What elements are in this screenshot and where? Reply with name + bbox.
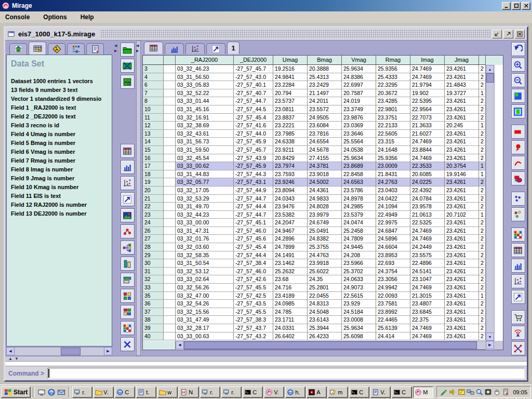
pixel-grid-button[interactable] [121,321,135,335]
red-rectangle-button[interactable] [511,125,525,139]
column-header-Jmag[interactable]: Jmag [445,56,479,65]
view-tab-histogram-view[interactable] [165,43,184,54]
view-tab-line-plot[interactable] [206,43,225,54]
open-folder-button[interactable] [121,43,135,57]
table-row[interactable]: 3603_32_54.26-27_57_43.524.098524.831323… [143,300,486,308]
page-tab-1[interactable]: 1 [227,42,240,54]
column-header-blank[interactable] [143,56,164,65]
vertical-bars-button[interactable] [121,257,135,271]
task-button-notepad[interactable]: V. [370,387,391,398]
table-row[interactable]: 1103_32_16.91-27_57_45.423.883724.950523… [143,114,486,122]
image-view-button[interactable] [121,208,135,222]
tray-volume[interactable] [449,388,457,396]
table-row[interactable]: 603_33_05.83-27_57_40.123.228423.242922.… [143,81,486,89]
view-tab-table-view[interactable] [144,42,163,54]
table-vscrollbar[interactable]: ▲ ▼ [486,65,495,341]
table-row[interactable]: 3703_32_15.56-27_57_45.524.78524.504824.… [143,308,486,316]
table-row[interactable]: 803_33_01.44-27_57_44.723.573724.201124.… [143,97,486,105]
pan-region-button[interactable] [511,89,525,103]
view-tab-scatter-view[interactable] [185,43,205,54]
dataset-tab-config[interactable] [67,43,85,55]
quick-launch-mail[interactable] [57,388,65,396]
histogram-view-button[interactable] [511,259,525,273]
table-row[interactable]: 1303_32_43.61-27_57_44.023.798523.781623… [143,130,486,138]
table-row[interactable]: 2203_31_49.70-27_57_44.423.947624.802824… [143,203,486,211]
dataset-tab-home[interactable] [9,43,27,55]
table-row[interactable]: 3303_32_56.26-27_57_45.524.71625.280124.… [143,284,486,292]
horizontal-bars-button[interactable] [121,273,135,287]
column-header-Rmag[interactable]: Rmag [376,56,410,65]
tray-server[interactable] [502,388,510,396]
table-row[interactable]: 3503_32_47.00-27_57_42.523.418922.045522… [143,292,486,300]
table-row[interactable]: 3903_32_28.17-27_57_43.724.033125.394425… [143,324,486,332]
column-header-Umag[interactable]: Umag [273,56,308,65]
column-header-Bmag[interactable]: Bmag [308,56,342,65]
dataset-tab-table-edit[interactable] [29,42,46,55]
table-row[interactable]: 2303_32_44.23-27_57_44.723.538223.997923… [143,211,486,219]
tray-input[interactable] [440,388,448,396]
start-button[interactable]: Start [1,387,31,398]
splitter-collapse-down-icon[interactable]: ▼ [15,356,19,361]
shape-overlap-button[interactable] [511,171,525,185]
table-row[interactable]: 4003_33_00.63-27_57_43.226.640226.423325… [143,332,486,341]
table-row[interactable]: 2703_32_01.76-27_57_45.624.289624.838224… [143,235,486,243]
task-button-mirage[interactable]: M [413,387,433,398]
close-button[interactable] [522,2,530,10]
scroll-right-icon[interactable]: ▶ [104,347,112,355]
menu-help[interactable]: Help [81,14,94,21]
table-row[interactable]: 3103_32_53.12-27_57_46.025.263225.602225… [143,268,486,276]
table-row[interactable]: 2403_33_00.00-27_57_45.124.204724.674924… [143,219,486,227]
table-hscrollbar[interactable]: ◀ ▶ [143,341,503,350]
table-row[interactable]: 1903_32_05.77-27_57_43.123.924624.500224… [143,178,486,187]
splitter-collapse-up-icon[interactable]: ▲ [8,356,12,361]
main-splitter[interactable]: ◀ ▶ [136,41,141,356]
table-row[interactable]: 1403_31_56.73-27_57_45.924.633824.655425… [143,138,486,146]
frame-close-button[interactable] [515,30,525,38]
table-row[interactable]: 1703_33_00.62-27_57_45.923.797424.378123… [143,162,486,170]
table-row[interactable]: 303_32_46.23-27_57_45.719.251620.388825.… [143,65,486,73]
console-splitter[interactable]: ▲ ▼ [5,356,527,361]
cross-points-button[interactable] [511,341,525,355]
line-plot-button[interactable] [121,192,135,206]
red-arc-button[interactable] [511,156,525,170]
dataset-hscrollbar[interactable]: ◀ ▶ [6,347,112,356]
internal-frame-titlebar[interactable]: eis7_1000_k17-5.mirage [5,28,527,41]
scroll-left-icon[interactable]: ◀ [6,347,15,355]
minimize-button[interactable] [502,2,511,10]
dataset-drawers-button[interactable] [121,75,135,89]
bubble-plot-button[interactable] [121,224,135,238]
delete-table-button[interactable] [121,59,135,73]
red-comma-button[interactable] [511,140,525,154]
column-header-_DEJ2000[interactable]: _DEJ2000 [234,56,273,65]
task-button-computer[interactable]: r. [72,387,92,398]
table-row[interactable]: 2603_31_47.31-27_57_46.024.946725.049125… [143,227,486,235]
task-button-ie[interactable]: h. [285,387,305,398]
task-button-doc[interactable]: N [179,387,199,398]
table-row[interactable]: 703_32_52.22-27_57_40.720.79421.149720.7… [143,89,486,98]
antenna-button[interactable] [511,326,525,340]
task-button-console[interactable]: C [349,387,369,398]
scroll-left-icon[interactable]: ◀ [176,341,184,349]
table-row[interactable]: 2003_32_17.05-27_57_44.923.809424.436123… [143,187,486,195]
task-button-ie[interactable]: C [115,387,135,398]
table-row[interactable]: 3803_31_47.49-27_57_38.323.171123.614323… [143,316,486,324]
tray-network[interactable] [467,388,474,396]
table-row[interactable]: 2903_32_58.35-27_57_44.424.149124.476324… [143,251,486,260]
color-blocks-button[interactable] [121,305,135,319]
scroll-down-icon[interactable]: ▼ [486,332,494,341]
tree-view-button[interactable] [121,241,135,255]
column-header-blank[interactable] [164,56,176,65]
tray-mouse[interactable] [493,388,501,396]
maximize-button[interactable] [512,2,521,10]
column-header-Vmag[interactable]: Vmag [342,56,376,65]
table-row[interactable]: 1003_31_45.16-27_57_44.523.081123.557223… [143,105,486,114]
column-header-_RAJ2000[interactable]: _RAJ2000 [176,56,234,65]
scatter-view-button[interactable] [511,274,525,288]
table-row[interactable]: 1503_31_59.50-27_57_45.723.921124.567824… [143,146,486,154]
dataset-tab-roadwork[interactable] [48,43,65,55]
splitter-collapse-right-icon[interactable]: ▶ [114,49,117,53]
blue-dots-button[interactable] [511,192,525,206]
table-row[interactable]: 3003_31_50.54-27_57_38.423.146223.991823… [143,259,486,268]
left-splitter[interactable]: ◀ ▶ [113,41,119,356]
task-button-computer[interactable]: r. [200,387,220,398]
